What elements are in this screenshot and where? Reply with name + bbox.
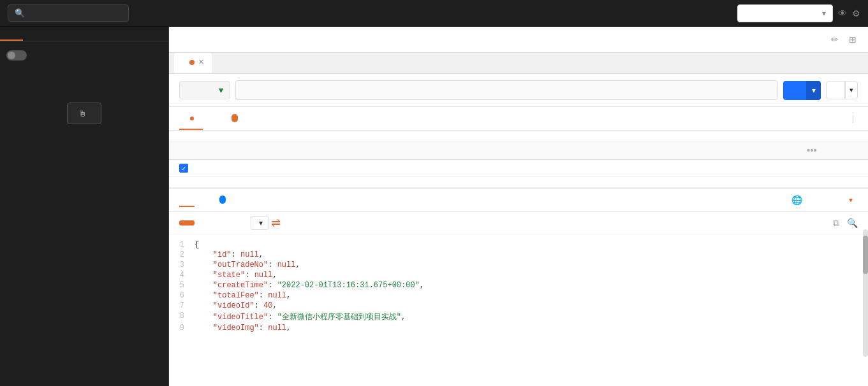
sub-tab-body[interactable] <box>247 111 265 125</box>
req-tab-close-icon[interactable]: ✕ <box>198 58 204 66</box>
params-dot <box>190 117 194 120</box>
new-row-key[interactable] <box>198 181 401 183</box>
response-tab-headers[interactable] <box>210 189 233 211</box>
request-header-actions: ✏ ⊞ <box>822 33 858 46</box>
response-tab-cookies[interactable] <box>195 193 210 207</box>
content-area: ✏ ⊞ ✕ ▾ ▾ <box>169 27 868 386</box>
row-checkbox[interactable]: ✓ <box>179 164 188 173</box>
code-view[interactable]: 1 { 2 "id": null, 3 "outTradeNo": null, … <box>169 234 868 386</box>
format-type-select[interactable]: ▾ <box>251 216 268 230</box>
globe-icon[interactable]: 🌐 <box>791 195 802 205</box>
new-row-value[interactable] <box>401 181 604 183</box>
line-num-3: 3 <box>169 261 195 269</box>
response-meta: 🌐 ▾ <box>786 195 858 205</box>
save-dropdown-button[interactable]: ▾ <box>845 81 858 99</box>
request-header: ✏ ⊞ <box>169 27 868 53</box>
sub-tab-settings[interactable] <box>300 111 318 125</box>
size-label <box>837 196 839 204</box>
response-tabs: 🌐 ▾ <box>169 189 868 212</box>
more-params-icon[interactable]: ••• <box>807 145 817 155</box>
format-bar: ▾ ⇌ ⧉ 🔍 <box>169 212 868 234</box>
send-button[interactable] <box>783 81 806 100</box>
chevron-down-icon: ▾ <box>822 9 826 18</box>
time-label <box>825 196 827 204</box>
format-preview-button[interactable] <box>215 220 230 225</box>
row-checkbox-cell: ✓ <box>179 164 198 173</box>
search-in-response-icon[interactable]: 🔍 <box>847 218 858 228</box>
sidebar-tab-apis[interactable] <box>46 27 69 41</box>
layout-icon-button[interactable]: ⊞ <box>848 33 858 46</box>
code-line-4: 4 "state": null, <box>169 270 868 280</box>
sub-tab-headers[interactable] <box>221 107 247 130</box>
request-tabs-strip: ✕ <box>169 53 868 74</box>
empty-state: 🖱 <box>67 87 101 124</box>
query-params-title <box>169 131 868 141</box>
sidebar-tabs <box>0 27 168 41</box>
divider: | <box>852 114 854 123</box>
query-params-area: ••• ✓ <box>169 131 868 188</box>
response-tab-body[interactable] <box>179 193 195 207</box>
format-pretty-button[interactable] <box>179 220 195 225</box>
code-line-7: 7 "videoId": 40, <box>169 301 868 311</box>
sub-tab-authorization[interactable] <box>203 111 221 125</box>
url-input[interactable] <box>235 80 778 100</box>
cursor-icon: 🖱 <box>78 108 87 118</box>
params-header-key <box>198 145 401 155</box>
new-params-row <box>169 177 868 188</box>
row-key[interactable] <box>198 167 401 169</box>
params-table: ••• ✓ <box>169 141 868 188</box>
send-button-group: ▾ <box>783 81 821 100</box>
format-visualize-button[interactable] <box>233 220 248 225</box>
params-header-value <box>401 145 604 155</box>
code-line-8: 8 "videoTitle": "全新微信小程序零基础到项目实战", <box>169 311 868 323</box>
sub-tab-params[interactable] <box>179 107 203 130</box>
save-response-button[interactable]: ▾ <box>849 196 853 204</box>
method-chevron-icon: ▾ <box>219 85 223 95</box>
code-line-9: 9 "videoImg": null, <box>169 323 868 333</box>
settings-icon[interactable]: ⚙ <box>852 8 860 18</box>
search-box[interactable]: 🔍 <box>8 4 129 22</box>
code-line-6: 6 "totalFee": null, <box>169 290 868 301</box>
url-bar: ▾ ▾ ▾ <box>169 74 868 107</box>
params-header: ••• <box>169 141 868 160</box>
code-line-1: 1 { <box>169 239 868 250</box>
search-input[interactable] <box>29 9 122 18</box>
header-checkbox-spacer <box>179 145 198 155</box>
eye-icon[interactable]: 👁 <box>838 8 847 18</box>
line-num-9: 9 <box>169 324 195 332</box>
wrap-icon[interactable]: ⇌ <box>271 216 281 230</box>
new-row-description[interactable] <box>604 181 807 183</box>
response-tab-test-results[interactable] <box>233 193 249 207</box>
sub-tab-pre-request-script[interactable] <box>265 111 283 125</box>
sidebar-tab-history[interactable] <box>0 27 23 41</box>
environment-select[interactable]: ▾ <box>737 4 833 22</box>
row-value[interactable] <box>401 167 604 169</box>
format-raw-button[interactable] <box>197 220 212 225</box>
sidebar: 🖱 <box>0 27 169 386</box>
copy-icon[interactable]: ⧉ <box>833 218 839 229</box>
search-icon: 🔍 <box>15 8 25 18</box>
line-num-4: 4 <box>169 271 195 280</box>
line-num-5: 5 <box>169 281 195 290</box>
save-responses-toggle[interactable] <box>6 50 27 61</box>
save-button[interactable] <box>826 81 845 99</box>
environment-bar: ▾ 👁 ⚙ <box>737 4 860 22</box>
sidebar-tab-collections[interactable] <box>23 27 46 41</box>
edit-icon-button[interactable]: ✏ <box>830 33 840 46</box>
show-me-button[interactable]: 🖱 <box>67 103 101 124</box>
method-select[interactable]: ▾ <box>179 81 230 99</box>
save-button-group: ▾ <box>826 81 858 99</box>
response-headers-badge <box>219 196 226 204</box>
line-num-2: 2 <box>169 250 195 259</box>
toggle-knob <box>8 52 15 59</box>
request-tab-active[interactable]: ✕ <box>174 53 212 73</box>
send-dropdown-button[interactable]: ▾ <box>806 81 821 100</box>
sub-tab-tests[interactable] <box>283 111 300 125</box>
row-description[interactable] <box>604 167 807 169</box>
line-num-6: 6 <box>169 291 195 300</box>
scrollbar-thumb[interactable] <box>863 236 868 274</box>
params-header-actions: ••• <box>807 145 858 155</box>
status-label <box>813 196 814 204</box>
response-area: 🌐 ▾ <box>169 188 868 386</box>
save-response-chevron-icon: ▾ <box>849 196 853 204</box>
